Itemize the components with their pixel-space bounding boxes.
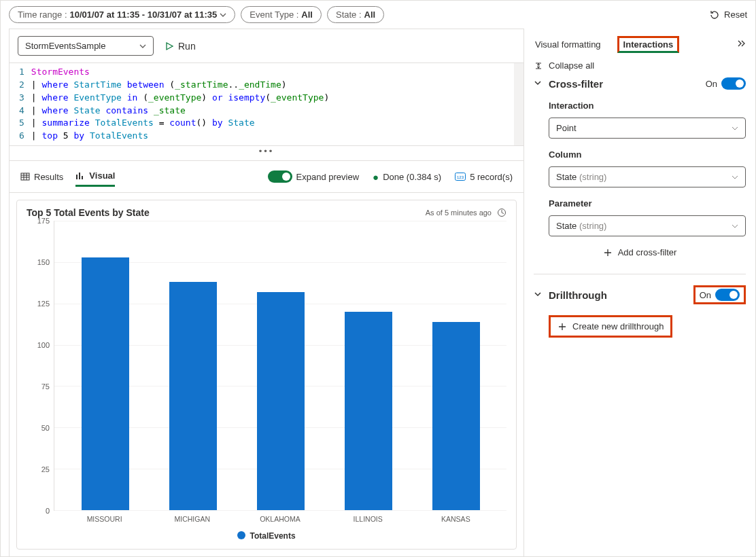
svg-rect-0 [21, 173, 29, 180]
chevron-down-icon [139, 43, 146, 50]
crossfilter-toggle[interactable] [721, 77, 746, 90]
create-drillthrough-label: Create new drillthrough [572, 321, 664, 331]
collapse-all-button[interactable]: Collapse all [534, 60, 746, 71]
time-range-label: Time range : [18, 10, 67, 20]
legend-marker [237, 531, 245, 539]
drillthrough-expand[interactable] [534, 289, 543, 300]
chevron-double-right-icon [736, 39, 746, 48]
done-label: Done (0.384 s) [383, 172, 441, 182]
expand-preview-toggle[interactable] [268, 170, 292, 183]
reset-label: Reset [724, 10, 747, 20]
more-panels-button[interactable] [736, 39, 746, 50]
crossfilter-title: Cross-filter [549, 78, 603, 90]
visual-formatting-tab[interactable]: Visual formatting [534, 35, 602, 54]
parameter-value: State [556, 221, 577, 231]
bar[interactable] [82, 257, 129, 510]
bar[interactable] [169, 282, 217, 510]
legend-label: TotalEvents [250, 531, 295, 541]
chart-icon [75, 171, 85, 181]
time-range-value: 10/01/07 at 11:35 - 10/31/07 at 11:35 [70, 10, 218, 20]
run-label: Run [178, 41, 196, 52]
bar[interactable] [257, 292, 305, 510]
reset-button[interactable]: Reset [709, 10, 747, 20]
parameter-select[interactable]: State (string) [549, 215, 746, 236]
database-name: StormEventsSample [25, 41, 106, 51]
chevron-down-icon [220, 12, 226, 18]
parameter-type: (string) [579, 221, 606, 231]
svg-text:123: 123 [457, 175, 464, 179]
interaction-value: Point [556, 123, 577, 133]
plus-icon [557, 322, 567, 331]
drillthrough-title: Drillthrough [549, 289, 607, 301]
chart-asof: As of 5 minutes ago [426, 209, 492, 217]
column-type: (string) [579, 172, 606, 182]
interaction-select[interactable]: Point [549, 118, 746, 139]
chevron-down-icon [732, 125, 738, 132]
collapse-icon [534, 61, 543, 71]
database-select[interactable]: StormEventsSample [18, 36, 154, 56]
records-label: 5 record(s) [470, 172, 513, 182]
column-value: State [556, 172, 577, 182]
time-range-pill[interactable]: Time range : 10/01/07 at 11:35 - 10/31/0… [9, 6, 235, 23]
bar[interactable] [432, 322, 480, 510]
chevron-down-icon [534, 79, 542, 87]
results-tab[interactable]: Results [20, 168, 63, 186]
add-crossfilter-label: Add cross-filter [618, 247, 677, 257]
success-icon: ● [373, 171, 379, 183]
play-icon [165, 41, 174, 51]
column-label: Column [549, 149, 746, 160]
collapse-all-label: Collapse all [549, 60, 594, 71]
run-button[interactable]: Run [165, 41, 196, 52]
crossfilter-expand[interactable] [534, 78, 543, 89]
bar-chart[interactable]: 0255075100125150175 MISSOURIMICHIGANOKLA… [27, 221, 506, 541]
refresh-icon[interactable] [497, 208, 506, 217]
event-type-value: All [301, 10, 313, 20]
chevron-down-icon [732, 223, 738, 230]
event-type-label: Event Type : [250, 10, 298, 20]
chevron-down-icon [534, 290, 542, 298]
record-count: 123 5 record(s) [455, 172, 513, 182]
parameter-label: Parameter [549, 198, 746, 209]
query-status: ● Done (0.384 s) [373, 171, 441, 183]
collapse-handle[interactable]: ••• [10, 146, 523, 161]
interaction-label: Interaction [549, 101, 746, 111]
visual-tab[interactable]: Visual [75, 166, 115, 187]
bar[interactable] [345, 312, 392, 510]
table-icon [20, 172, 30, 181]
records-icon: 123 [455, 173, 466, 181]
drillthrough-on-label: On [700, 290, 711, 300]
drillthrough-toggle[interactable] [715, 289, 740, 301]
expand-preview-label: Expand preview [296, 172, 360, 182]
visual-label: Visual [89, 170, 115, 181]
state-label: State : [336, 10, 362, 20]
query-editor[interactable]: 123456 StormEvents| where StartTime betw… [10, 63, 523, 146]
event-type-pill[interactable]: Event Type : All [241, 6, 322, 23]
state-pill[interactable]: State : All [327, 6, 384, 23]
add-crossfilter-button[interactable]: Add cross-filter [534, 247, 746, 257]
interactions-tab[interactable]: Interactions [617, 36, 680, 53]
plus-icon [603, 248, 613, 257]
column-select[interactable]: State (string) [549, 166, 746, 187]
results-label: Results [34, 172, 63, 182]
state-value: All [364, 10, 376, 20]
chart-legend: TotalEvents [27, 523, 506, 541]
crossfilter-on-label: On [706, 79, 717, 89]
reset-icon [709, 10, 720, 20]
create-drillthrough-button[interactable]: Create new drillthrough [549, 315, 672, 338]
chevron-down-icon [732, 174, 738, 181]
